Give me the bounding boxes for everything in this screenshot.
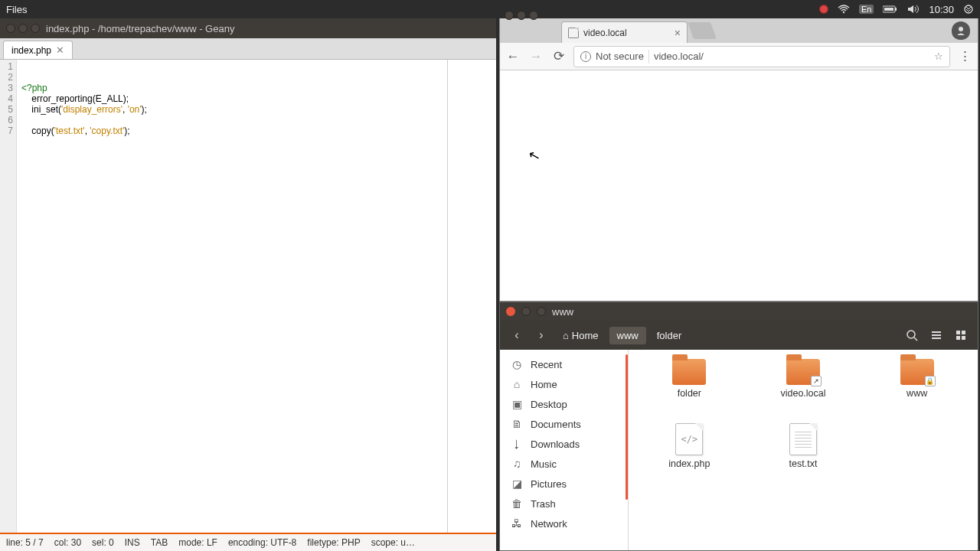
geany-titlebar[interactable]: index.php - /home/trepachev/www - Geany bbox=[0, 18, 496, 38]
sidebar-item-network[interactable]: 🖧Network bbox=[500, 514, 628, 533]
files-sidebar: ◷Recent ⌂Home ▣Desktop 🗎Documents ⭣Downl… bbox=[500, 350, 629, 550]
clock[interactable]: 10:30 bbox=[929, 4, 954, 15]
files-toolbar: ‹ › ⌂Home www folder bbox=[500, 321, 978, 350]
geany-window: index.php - /home/trepachev/www - Geany … bbox=[0, 18, 496, 551]
svg-rect-11 bbox=[956, 331, 960, 334]
status-filetype: filetype: PHP bbox=[307, 537, 360, 548]
forward-button[interactable]: › bbox=[531, 324, 552, 346]
svg-point-6 bbox=[907, 331, 915, 338]
active-app-label: Files bbox=[6, 4, 27, 15]
back-button[interactable]: ‹ bbox=[506, 324, 528, 346]
browser-viewport[interactable]: ↖ bbox=[500, 70, 978, 301]
volume-icon[interactable] bbox=[907, 4, 920, 15]
status-tab: TAB bbox=[151, 537, 168, 548]
line-gutter: 1234567 bbox=[0, 60, 17, 533]
close-icon[interactable] bbox=[505, 11, 514, 20]
music-icon: ♫ bbox=[511, 458, 523, 470]
tab-close-icon[interactable]: × bbox=[675, 27, 681, 39]
folder-item[interactable]: www bbox=[862, 359, 972, 419]
folder-item[interactable]: video.local bbox=[749, 359, 858, 419]
svg-rect-12 bbox=[962, 331, 965, 334]
keyboard-layout-indicator[interactable]: En bbox=[859, 5, 874, 14]
status-encoding: encoding: UTF-8 bbox=[228, 537, 296, 548]
breadcrumb-home[interactable]: ⌂Home bbox=[555, 327, 606, 344]
system-tray: En 10:30 bbox=[819, 4, 974, 15]
status-line: line: 5 / 7 bbox=[6, 537, 44, 548]
downloads-icon: ⭣ bbox=[511, 438, 523, 450]
folder-item[interactable]: folder bbox=[635, 359, 744, 419]
tab-close-icon[interactable]: ✕ bbox=[56, 44, 64, 56]
desktop-icon: ▣ bbox=[511, 398, 523, 410]
battery-icon[interactable] bbox=[883, 5, 898, 13]
close-icon[interactable] bbox=[506, 307, 515, 316]
home-icon: ⌂ bbox=[563, 330, 569, 341]
back-button[interactable]: ← bbox=[505, 48, 521, 65]
wifi-icon[interactable] bbox=[838, 5, 850, 14]
editor-tab-label: index.php bbox=[11, 45, 51, 56]
svg-line-7 bbox=[914, 337, 917, 341]
mouse-cursor-icon: ↖ bbox=[526, 145, 541, 165]
trash-icon: 🗑 bbox=[511, 497, 523, 510]
file-grid[interactable]: folder video.local www </>index.php test… bbox=[629, 350, 978, 550]
url-text: video.local/ bbox=[654, 51, 704, 62]
sidebar-item-desktop[interactable]: ▣Desktop bbox=[500, 394, 628, 414]
maximize-icon[interactable] bbox=[537, 307, 546, 316]
svg-rect-2 bbox=[895, 8, 897, 11]
svg-rect-13 bbox=[956, 336, 960, 340]
chrome-window: video.local × ← → ⟳ i Not secure video.l… bbox=[499, 18, 978, 302]
sidebar-item-home[interactable]: ⌂Home bbox=[500, 374, 628, 394]
breadcrumb-www[interactable]: www bbox=[609, 327, 646, 344]
svg-point-5 bbox=[959, 27, 963, 31]
folder-icon bbox=[786, 359, 820, 385]
files-titlebar[interactable]: www bbox=[500, 302, 978, 321]
sidebar-item-music[interactable]: ♫Music bbox=[500, 454, 628, 474]
chrome-toolbar: ← → ⟳ i Not secure video.local/ ☆ ⋮ bbox=[500, 43, 978, 70]
minimize-icon[interactable] bbox=[521, 307, 531, 316]
sidebar-item-documents[interactable]: 🗎Documents bbox=[500, 414, 628, 434]
info-icon[interactable]: i bbox=[580, 51, 591, 62]
file-item[interactable]: test.txt bbox=[749, 423, 858, 483]
status-ins: INS bbox=[125, 537, 140, 548]
address-bar[interactable]: i Not secure video.local/ ☆ bbox=[573, 46, 950, 67]
desktop-menubar: Files En 10:30 bbox=[0, 0, 980, 18]
browser-tab[interactable]: video.local × bbox=[561, 21, 688, 43]
chrome-menu-button[interactable]: ⋮ bbox=[956, 48, 973, 65]
minimize-icon[interactable] bbox=[517, 11, 526, 20]
editor-area[interactable]: 1234567 <?php error_reporting(E_ALL); in… bbox=[0, 60, 496, 533]
pictures-icon: ◪ bbox=[511, 478, 523, 490]
geany-statusbar: line: 5 / 7 col: 30 sel: 0 INS TAB mode:… bbox=[0, 533, 496, 551]
sidebar-item-trash[interactable]: 🗑Trash bbox=[500, 494, 628, 514]
maximize-icon[interactable] bbox=[529, 11, 538, 20]
minimize-icon[interactable] bbox=[18, 24, 28, 33]
file-item[interactable]: </>index.php bbox=[635, 423, 744, 483]
editor-tab[interactable]: index.php ✕ bbox=[3, 41, 73, 59]
breadcrumb-folder[interactable]: folder bbox=[649, 327, 690, 344]
screen-record-icon[interactable] bbox=[819, 5, 828, 14]
new-tab-button[interactable] bbox=[688, 22, 717, 39]
chrome-tabstrip: video.local × bbox=[500, 18, 978, 43]
bookmark-star-icon[interactable]: ☆ bbox=[934, 51, 943, 62]
code-area[interactable]: <?php error_reporting(E_ALL); ini_set('d… bbox=[17, 60, 496, 533]
page-icon bbox=[568, 28, 579, 38]
files-window: www ‹ › ⌂Home www folder ◷Recent ⌂Home ▣… bbox=[499, 302, 978, 551]
sidebar-item-pictures[interactable]: ◪Pictures bbox=[500, 474, 628, 494]
svg-point-0 bbox=[843, 11, 844, 13]
clock-icon: ◷ bbox=[511, 358, 523, 370]
documents-icon: 🗎 bbox=[511, 418, 523, 430]
svg-rect-14 bbox=[962, 336, 965, 340]
profile-button[interactable] bbox=[952, 21, 970, 40]
text-file-icon bbox=[789, 423, 817, 455]
sidebar-item-recent[interactable]: ◷Recent bbox=[500, 354, 628, 374]
status-scope: scope: u… bbox=[371, 537, 415, 548]
list-view-button[interactable] bbox=[926, 324, 947, 346]
sidebar-item-downloads[interactable]: ⭣Downloads bbox=[500, 434, 628, 454]
close-icon[interactable] bbox=[6, 24, 15, 33]
home-icon: ⌂ bbox=[511, 378, 523, 390]
maximize-icon[interactable] bbox=[31, 24, 40, 33]
svg-rect-3 bbox=[884, 8, 893, 11]
reload-button[interactable]: ⟳ bbox=[550, 48, 567, 65]
power-icon[interactable] bbox=[963, 4, 974, 15]
grid-view-button[interactable] bbox=[950, 324, 972, 346]
search-button[interactable] bbox=[901, 324, 923, 346]
status-mode: mode: LF bbox=[178, 537, 217, 548]
